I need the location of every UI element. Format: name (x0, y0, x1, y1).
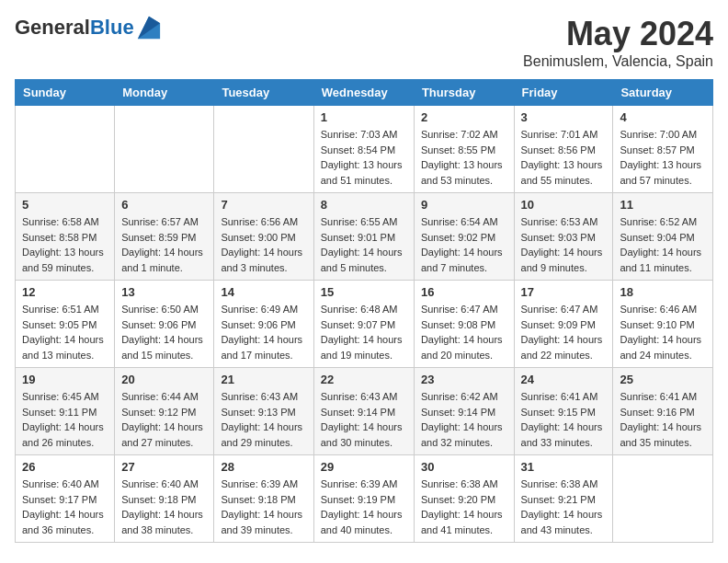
sunrise-text: Sunrise: 6:43 AM (221, 391, 298, 402)
table-row: 18Sunrise: 6:46 AMSunset: 9:10 PMDayligh… (613, 281, 713, 368)
weekday-header-monday: Monday (115, 80, 214, 106)
sunrise-text: Sunrise: 6:41 AM (521, 391, 598, 402)
table-row: 25Sunrise: 6:41 AMSunset: 9:16 PMDayligh… (613, 368, 713, 455)
sunrise-text: Sunrise: 6:40 AM (22, 478, 99, 489)
day-number: 24 (521, 373, 607, 386)
sunrise-text: Sunrise: 6:44 AM (121, 391, 199, 402)
day-number: 29 (321, 460, 407, 474)
sunrise-text: Sunrise: 6:40 AM (121, 478, 199, 489)
daylight-text: Daylight: 14 hours and 33 minutes. (521, 421, 603, 448)
sunrise-text: Sunrise: 6:42 AM (421, 391, 498, 402)
day-number: 13 (121, 285, 207, 299)
daylight-text: Daylight: 14 hours and 9 minutes. (521, 247, 603, 273)
day-number: 9 (421, 198, 507, 212)
logo-blue-text: Blue (90, 16, 134, 39)
day-number: 3 (521, 110, 607, 124)
day-number: 21 (221, 373, 306, 386)
day-number: 8 (321, 198, 407, 212)
day-number: 1 (321, 110, 407, 124)
sunset-text: Sunset: 9:14 PM (321, 407, 395, 418)
sunrise-text: Sunrise: 6:39 AM (321, 478, 398, 489)
daylight-text: Daylight: 13 hours and 53 minutes. (421, 159, 503, 186)
daylight-text: Daylight: 14 hours and 1 minute. (121, 247, 203, 273)
table-row: 24Sunrise: 6:41 AMSunset: 9:15 PMDayligh… (514, 368, 613, 455)
cell-info: Sunrise: 6:51 AMSunset: 9:05 PMDaylight:… (22, 302, 108, 362)
weekday-header-wednesday: Wednesday (313, 80, 414, 106)
weekday-header-saturday: Saturday (613, 80, 713, 106)
sunrise-text: Sunrise: 6:45 AM (22, 391, 99, 402)
day-number: 15 (321, 285, 407, 299)
table-row: 28Sunrise: 6:39 AMSunset: 9:18 PMDayligh… (214, 455, 313, 543)
sunset-text: Sunset: 9:15 PM (521, 407, 596, 418)
sunrise-text: Sunrise: 6:46 AM (620, 304, 697, 315)
cell-info: Sunrise: 6:52 AMSunset: 9:04 PMDaylight:… (620, 214, 706, 275)
table-row: 27Sunrise: 6:40 AMSunset: 9:18 PMDayligh… (115, 455, 214, 543)
day-number: 19 (22, 373, 108, 386)
daylight-text: Daylight: 14 hours and 22 minutes. (521, 334, 603, 361)
sunrise-text: Sunrise: 6:47 AM (521, 304, 598, 315)
daylight-text: Daylight: 14 hours and 19 minutes. (321, 334, 403, 361)
table-row: 21Sunrise: 6:43 AMSunset: 9:13 PMDayligh… (214, 368, 313, 455)
table-row: 3Sunrise: 7:01 AMSunset: 8:56 PMDaylight… (514, 106, 613, 193)
table-row: 31Sunrise: 6:38 AMSunset: 9:21 PMDayligh… (514, 455, 613, 543)
table-row: 17Sunrise: 6:47 AMSunset: 9:09 PMDayligh… (514, 281, 613, 368)
cell-info: Sunrise: 6:49 AMSunset: 9:06 PMDaylight:… (221, 302, 306, 362)
cell-info: Sunrise: 6:47 AMSunset: 9:09 PMDaylight:… (521, 302, 607, 362)
table-row (214, 106, 313, 193)
sunset-text: Sunset: 9:09 PM (521, 319, 596, 330)
sunset-text: Sunset: 9:12 PM (121, 407, 196, 418)
cell-info: Sunrise: 6:38 AMSunset: 9:20 PMDaylight:… (421, 477, 507, 537)
table-row: 8Sunrise: 6:55 AMSunset: 9:01 PMDaylight… (313, 193, 414, 281)
daylight-text: Daylight: 14 hours and 40 minutes. (321, 509, 403, 535)
daylight-text: Daylight: 14 hours and 39 minutes. (221, 509, 302, 535)
day-number: 27 (121, 460, 207, 474)
table-row (16, 106, 115, 193)
cell-info: Sunrise: 6:41 AMSunset: 9:16 PMDaylight:… (620, 389, 706, 450)
day-number: 7 (221, 198, 306, 212)
table-row: 6Sunrise: 6:57 AMSunset: 8:59 PMDaylight… (115, 193, 214, 281)
sunrise-text: Sunrise: 6:39 AM (221, 478, 298, 489)
sunset-text: Sunset: 8:54 PM (321, 144, 395, 155)
day-number: 2 (421, 110, 507, 124)
sunrise-text: Sunrise: 7:00 AM (620, 129, 697, 140)
table-row: 7Sunrise: 6:56 AMSunset: 9:00 PMDaylight… (214, 193, 313, 281)
sunset-text: Sunset: 9:19 PM (321, 494, 395, 505)
sunset-text: Sunset: 9:00 PM (221, 232, 295, 243)
daylight-text: Daylight: 14 hours and 35 minutes. (620, 421, 701, 448)
week-row-4: 19Sunrise: 6:45 AMSunset: 9:11 PMDayligh… (16, 368, 713, 455)
sunrise-text: Sunrise: 6:38 AM (421, 478, 498, 489)
cell-info: Sunrise: 6:43 AMSunset: 9:13 PMDaylight:… (221, 389, 306, 450)
cell-info: Sunrise: 7:01 AMSunset: 8:56 PMDaylight:… (521, 127, 607, 188)
cell-info: Sunrise: 7:02 AMSunset: 8:55 PMDaylight:… (421, 127, 507, 188)
sunrise-text: Sunrise: 6:50 AM (121, 304, 199, 315)
daylight-text: Daylight: 14 hours and 38 minutes. (121, 509, 203, 535)
cell-info: Sunrise: 6:53 AMSunset: 9:03 PMDaylight:… (521, 214, 607, 275)
weekday-header-sunday: Sunday (16, 80, 115, 106)
sunrise-text: Sunrise: 6:41 AM (620, 391, 697, 402)
day-number: 22 (321, 373, 407, 386)
daylight-text: Daylight: 14 hours and 36 minutes. (22, 509, 104, 535)
sunrise-text: Sunrise: 6:57 AM (121, 216, 199, 227)
sunset-text: Sunset: 9:11 PM (22, 407, 97, 418)
cell-info: Sunrise: 6:41 AMSunset: 9:15 PMDaylight:… (521, 389, 607, 450)
sunset-text: Sunset: 9:07 PM (321, 319, 395, 330)
sunset-text: Sunset: 9:17 PM (22, 494, 97, 505)
day-number: 18 (620, 285, 706, 299)
title-block: May 2024 Benimuslem, Valencia, Spain (523, 15, 713, 70)
day-number: 31 (521, 460, 607, 474)
sunset-text: Sunset: 8:59 PM (121, 232, 196, 243)
cell-info: Sunrise: 6:48 AMSunset: 9:07 PMDaylight:… (321, 302, 407, 362)
cell-info: Sunrise: 6:46 AMSunset: 9:10 PMDaylight:… (620, 302, 706, 362)
table-row: 10Sunrise: 6:53 AMSunset: 9:03 PMDayligh… (514, 193, 613, 281)
cell-info: Sunrise: 6:39 AMSunset: 9:19 PMDaylight:… (321, 477, 407, 537)
location-subtitle: Benimuslem, Valencia, Spain (523, 53, 713, 70)
day-number: 23 (421, 373, 507, 386)
cell-info: Sunrise: 6:42 AMSunset: 9:14 PMDaylight:… (421, 389, 507, 450)
sunrise-text: Sunrise: 6:56 AM (221, 216, 298, 227)
sunrise-text: Sunrise: 7:01 AM (521, 129, 598, 140)
day-number: 12 (22, 285, 108, 299)
table-row: 14Sunrise: 6:49 AMSunset: 9:06 PMDayligh… (214, 281, 313, 368)
weekday-header-row: SundayMondayTuesdayWednesdayThursdayFrid… (16, 80, 713, 106)
table-row: 16Sunrise: 6:47 AMSunset: 9:08 PMDayligh… (414, 281, 514, 368)
cell-info: Sunrise: 6:50 AMSunset: 9:06 PMDaylight:… (121, 302, 207, 362)
